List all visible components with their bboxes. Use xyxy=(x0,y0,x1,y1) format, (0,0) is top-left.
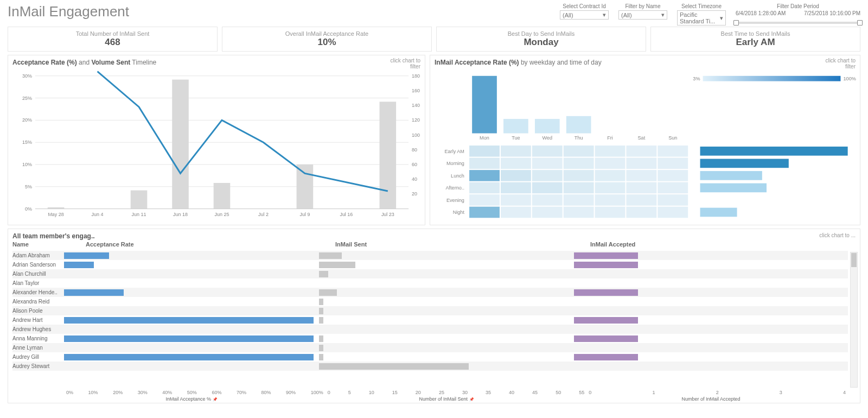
svg-text:30%: 30% xyxy=(22,73,32,79)
svg-text:Jul 2: Jul 2 xyxy=(258,212,269,217)
member-name: Audrey Stewart xyxy=(12,363,64,369)
svg-rect-47 xyxy=(503,119,528,133)
svg-rect-51 xyxy=(566,116,591,134)
svg-text:Afterno..: Afterno.. xyxy=(445,186,464,191)
svg-rect-77 xyxy=(595,170,626,181)
table-row[interactable]: Audrey Gill xyxy=(12,352,848,362)
svg-rect-67 xyxy=(532,158,563,169)
svg-text:Jul 16: Jul 16 xyxy=(340,212,353,217)
svg-rect-49 xyxy=(535,119,560,133)
axis-ok: Number of InMail Accepted xyxy=(574,396,848,402)
col-name: Name xyxy=(12,241,64,248)
member-name: Adam Abraham xyxy=(12,252,64,258)
svg-text:Mon: Mon xyxy=(480,135,489,141)
svg-text:May 28: May 28 xyxy=(48,212,63,217)
chevron-down-icon: ▾ xyxy=(720,15,723,22)
table-row[interactable]: Alan Churchill xyxy=(12,269,848,278)
timeline-chart[interactable]: 0%5%10%15%20%25%30%204060801001201401601… xyxy=(8,71,425,225)
scrollbar-thumb[interactable] xyxy=(851,253,857,267)
svg-text:Sat: Sat xyxy=(638,135,646,141)
table-row[interactable]: Andrew Hughes xyxy=(12,325,848,334)
svg-rect-99 xyxy=(532,207,563,218)
pin-icon: 📌 xyxy=(469,397,474,401)
table-row[interactable]: Adam Abraham xyxy=(12,251,848,260)
table-row[interactable]: Alexander Hende.. xyxy=(12,288,848,297)
date-slider[interactable] xyxy=(736,22,860,24)
filter-date-label: Filter Date Period xyxy=(777,3,819,9)
svg-text:0%: 0% xyxy=(25,206,32,212)
member-name: Anne Lyman xyxy=(12,345,64,351)
filter-date-from: 6/4/2018 1:28:00 AM xyxy=(736,10,786,16)
filter-name-select[interactable]: (All)▾ xyxy=(618,10,667,20)
team-rows: Adam Abraham Adrian Sanderson Alan Churc… xyxy=(12,251,848,388)
table-row[interactable]: Adrian Sanderson xyxy=(12,260,848,269)
heatmap-panel[interactable]: InMail Acceptance Rate (%) by weekday an… xyxy=(430,55,860,225)
filter-contract-select[interactable]: (All)▾ xyxy=(560,10,609,20)
svg-rect-45 xyxy=(472,76,497,134)
member-name: Alexander Hende.. xyxy=(12,289,64,295)
kpi-rate: Overall InMail Acceptance Rate10% xyxy=(222,27,432,52)
filter-contract: Select Contract Id (All)▾ xyxy=(560,3,609,20)
svg-rect-82 xyxy=(501,182,531,194)
chevron-down-icon: ▾ xyxy=(661,11,665,18)
filter-name: Filter by Name (All)▾ xyxy=(618,3,667,20)
table-row[interactable]: Anna Manning xyxy=(12,334,848,343)
svg-rect-87 xyxy=(658,182,688,194)
filter-date-period: Filter Date Period 6/4/2018 1:28:00 AM7/… xyxy=(736,3,860,24)
table-row[interactable]: Alan Taylor xyxy=(12,278,848,288)
filter-timezone: Select Timezone Pacific Standard Ti...▾ xyxy=(677,3,726,26)
svg-text:140: 140 xyxy=(412,103,420,108)
table-row[interactable]: Anne Lyman xyxy=(12,343,848,352)
svg-rect-60 xyxy=(564,145,594,157)
svg-rect-75 xyxy=(532,170,563,181)
col-sent: InMail Sent xyxy=(319,241,574,248)
timeline-hint: click chart tofilter xyxy=(390,58,420,69)
svg-rect-95 xyxy=(658,194,688,206)
svg-rect-101 xyxy=(595,207,626,218)
timeline-panel[interactable]: Acceptance Rate (%) and Volume Sent Time… xyxy=(8,55,425,225)
svg-text:160: 160 xyxy=(412,88,420,93)
svg-text:60: 60 xyxy=(412,162,417,167)
filter-bar: Select Contract Id (All)▾ Filter by Name… xyxy=(560,3,860,26)
heat-hint: click chart tofilter xyxy=(825,58,856,69)
svg-text:25%: 25% xyxy=(22,96,32,101)
svg-rect-57 xyxy=(469,145,500,157)
svg-text:15%: 15% xyxy=(22,140,32,145)
timeline-title: Acceptance Rate (%) and Volume Sent Time… xyxy=(12,59,156,66)
filter-name-label: Filter by Name xyxy=(625,3,660,9)
svg-rect-65 xyxy=(469,158,500,169)
svg-rect-68 xyxy=(564,158,594,169)
svg-rect-63 xyxy=(658,145,688,157)
svg-rect-107 xyxy=(700,183,767,193)
svg-rect-106 xyxy=(700,171,762,180)
heat-chart[interactable]: 3%100%MonTueWedThuFriSatSunEarly AMMorni… xyxy=(430,71,860,225)
table-row[interactable]: Andrew Hart xyxy=(12,315,848,325)
kpi-besttime: Best Time to Send InMailsEarly AM xyxy=(650,27,860,52)
scrollbar[interactable] xyxy=(850,252,858,388)
svg-rect-61 xyxy=(595,145,626,157)
svg-rect-81 xyxy=(469,182,500,194)
svg-text:80: 80 xyxy=(412,147,417,153)
svg-rect-84 xyxy=(564,182,594,194)
svg-rect-76 xyxy=(564,170,594,181)
svg-rect-93 xyxy=(595,194,626,206)
team-panel[interactable]: All team member's engag.. click chart to… xyxy=(8,229,860,403)
member-name: Adrian Sanderson xyxy=(12,262,64,268)
table-row[interactable]: Alexandra Reid xyxy=(12,297,848,306)
svg-text:Jun 18: Jun 18 xyxy=(173,212,188,217)
col-ok: InMail Accepted xyxy=(574,241,856,248)
svg-rect-90 xyxy=(501,194,531,206)
svg-text:10%: 10% xyxy=(22,162,32,167)
svg-rect-86 xyxy=(626,182,656,194)
table-row[interactable]: Alison Poole xyxy=(12,306,848,315)
svg-rect-83 xyxy=(532,182,563,194)
filter-timezone-select[interactable]: Pacific Standard Ti...▾ xyxy=(677,10,726,26)
svg-text:Thu: Thu xyxy=(575,135,583,141)
svg-text:Tue: Tue xyxy=(512,135,520,141)
svg-rect-73 xyxy=(469,170,500,181)
svg-text:20: 20 xyxy=(412,191,417,197)
svg-text:Sun: Sun xyxy=(668,135,677,141)
svg-rect-85 xyxy=(595,182,626,194)
table-row[interactable]: Audrey Stewart xyxy=(12,362,848,371)
page-title: InMail Engagement xyxy=(8,3,129,20)
